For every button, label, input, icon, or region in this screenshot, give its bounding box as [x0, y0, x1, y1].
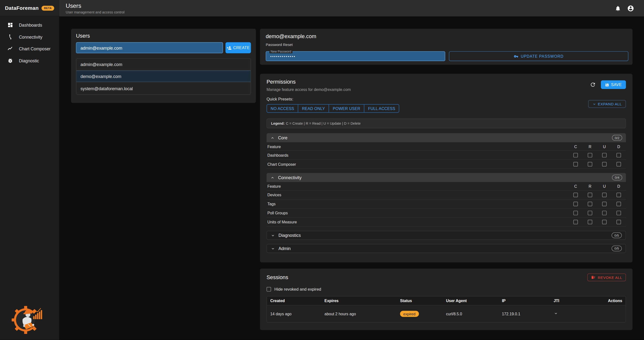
refresh-icon[interactable]	[590, 82, 596, 88]
crud-column-header-c: C	[568, 184, 583, 188]
tags-d-checkbox[interactable]	[616, 202, 621, 206]
chart-composer-u-checkbox[interactable]	[602, 162, 606, 167]
perm-group-header-connectivity[interactable]: Connectivity0/4	[267, 173, 626, 182]
poll-groups-c-checkbox[interactable]	[574, 211, 578, 215]
tags-u-checkbox[interactable]	[602, 202, 606, 206]
poll-groups-u-checkbox[interactable]	[602, 211, 606, 215]
feature-column-header: Feature	[268, 184, 568, 188]
chart-composer-r-checkbox[interactable]	[588, 162, 592, 167]
checkbox-cell	[583, 202, 597, 206]
permission-row-poll-groups: Poll Groups	[267, 209, 626, 218]
password-reset-label: Password Reset	[266, 42, 628, 47]
save-icon	[605, 83, 609, 87]
sidebar-item-dashboards[interactable]: Dashboards	[0, 19, 59, 31]
checkbox-cell	[597, 193, 612, 197]
units-of-measure-r-checkbox[interactable]	[588, 220, 592, 224]
permissions-title: Permissions	[267, 79, 351, 85]
poll-groups-r-checkbox[interactable]	[588, 211, 592, 215]
permissions-heading-block: Permissions Manage feature access for de…	[267, 79, 351, 92]
units-of-measure-c-checkbox[interactable]	[574, 220, 578, 224]
expand-all-label: EXPAND ALL	[598, 102, 622, 106]
preset-full-access-button[interactable]: FULL ACCESS	[364, 105, 399, 112]
perm-group-count-badge: 0/2	[612, 135, 622, 141]
dashboards-u-checkbox[interactable]	[602, 153, 606, 158]
checkbox-cell	[583, 193, 597, 197]
preset-power-user-button[interactable]: POWER USER	[329, 105, 364, 112]
feature-column-header: Feature	[268, 144, 568, 149]
feature-name: Units of Measure	[268, 220, 568, 224]
beta-badge: BETA	[42, 6, 54, 10]
user-list-item[interactable]: system@dataforeman.local	[76, 82, 250, 94]
sidebar-item-chart-composer[interactable]: Chart Composer	[0, 42, 59, 54]
checkbox-cell	[597, 162, 612, 167]
new-user-email-input[interactable]	[76, 42, 223, 53]
sidebar-item-diagnostic[interactable]: Diagnostic	[0, 54, 59, 66]
permission-row-devices: Devices	[267, 191, 626, 200]
crud-column-header-d: D	[612, 144, 626, 149]
feature-name: Chart Composer	[268, 162, 568, 167]
preset-button-group: NO ACCESSREAD ONLYPOWER USERFULL ACCESS	[267, 104, 400, 113]
permissions-panel: Permissions Manage feature access for de…	[260, 74, 632, 263]
perm-group-core: Core0/2FeatureCRUDDashboardsChart Compos…	[267, 133, 626, 169]
account-icon[interactable]	[627, 5, 634, 12]
hide-revoked-row: Hide revoked and expired	[267, 287, 626, 291]
units-of-measure-d-checkbox[interactable]	[616, 220, 621, 224]
new-password-input[interactable]: New Password •••••••••••••	[266, 51, 445, 61]
expand-all-button[interactable]: EXPAND ALL	[588, 100, 626, 108]
session-column-user-agent: User Agent	[443, 299, 498, 303]
checkbox-cell	[583, 162, 597, 167]
units-of-measure-u-checkbox[interactable]	[602, 220, 606, 224]
sidebar-item-connectivity[interactable]: Connectivity	[0, 31, 59, 43]
preset-row: NO ACCESSREAD ONLYPOWER USERFULL ACCESS	[267, 104, 626, 113]
topbar: Users User management and access control	[59, 0, 644, 16]
perm-group-header-admin[interactable]: Admin0/5	[267, 244, 626, 253]
session-column-status: Status	[397, 299, 443, 303]
chart-composer-d-checkbox[interactable]	[616, 162, 621, 167]
checkbox-cell	[568, 211, 583, 215]
tags-r-checkbox[interactable]	[588, 202, 592, 206]
checkbox-cell	[583, 211, 597, 215]
preset-no-access-button[interactable]: NO ACCESS	[267, 105, 298, 112]
session-jti-toggle[interactable]	[547, 311, 600, 317]
crud-column-header-r: R	[583, 184, 597, 188]
preset-read-only-button[interactable]: READ ONLY	[298, 105, 329, 112]
permission-groups: Core0/2FeatureCRUDDashboardsChart Compos…	[267, 133, 626, 253]
user-list: admin@example.comdemo@example.comsystem@…	[76, 58, 251, 95]
save-button-label: SAVE	[611, 82, 622, 87]
devices-u-checkbox[interactable]	[602, 193, 606, 197]
create-user-row: CREATE	[76, 42, 251, 53]
create-user-button[interactable]: CREATE	[226, 42, 251, 53]
checkbox-cell	[612, 153, 626, 158]
hide-revoked-checkbox[interactable]	[267, 287, 271, 291]
update-password-button[interactable]: UPDATE PASSWORD	[449, 51, 628, 61]
dashboards-r-checkbox[interactable]	[588, 153, 592, 158]
legend-bar: Legend:C = Create | R = Read | U = Updat…	[267, 119, 626, 128]
checkbox-cell	[583, 153, 597, 158]
feature-name: Tags	[268, 202, 568, 206]
revoke-all-button[interactable]: REVOKE ALL	[588, 274, 626, 281]
poll-groups-d-checkbox[interactable]	[616, 211, 621, 215]
crud-column-header-r: R	[583, 144, 597, 149]
sidebar-nav: DashboardsConnectivityChart ComposerDiag…	[0, 19, 59, 66]
notifications-icon[interactable]	[615, 5, 621, 11]
delete-sweep-icon	[591, 275, 596, 279]
dashboards-d-checkbox[interactable]	[616, 153, 621, 158]
perm-group-header-core[interactable]: Core0/2	[267, 133, 626, 142]
perm-group-header-diagnostics[interactable]: Diagnostics0/5	[267, 231, 626, 240]
checkbox-cell	[583, 220, 597, 224]
session-created: 14 days ago	[267, 312, 321, 316]
user-list-item[interactable]: demo@example.com	[76, 70, 250, 82]
user-list-item[interactable]: admin@example.com	[76, 59, 250, 71]
chart-composer-c-checkbox[interactable]	[574, 162, 578, 167]
permission-row-units-of-measure: Units of Measure	[267, 218, 626, 227]
devices-r-checkbox[interactable]	[588, 193, 592, 197]
users-panel: Users CREATE admin@example.comdemo@examp…	[71, 29, 256, 103]
dashboards-c-checkbox[interactable]	[574, 153, 578, 158]
session-row: 14 days agoabout 2 hours agoexpiredcurl/…	[267, 306, 626, 323]
tags-c-checkbox[interactable]	[574, 202, 578, 206]
devices-d-checkbox[interactable]	[616, 193, 621, 197]
checkbox-cell	[597, 211, 612, 215]
save-permissions-button[interactable]: SAVE	[601, 80, 626, 89]
perm-group-name: Diagnostics	[278, 233, 301, 238]
devices-c-checkbox[interactable]	[574, 193, 578, 197]
